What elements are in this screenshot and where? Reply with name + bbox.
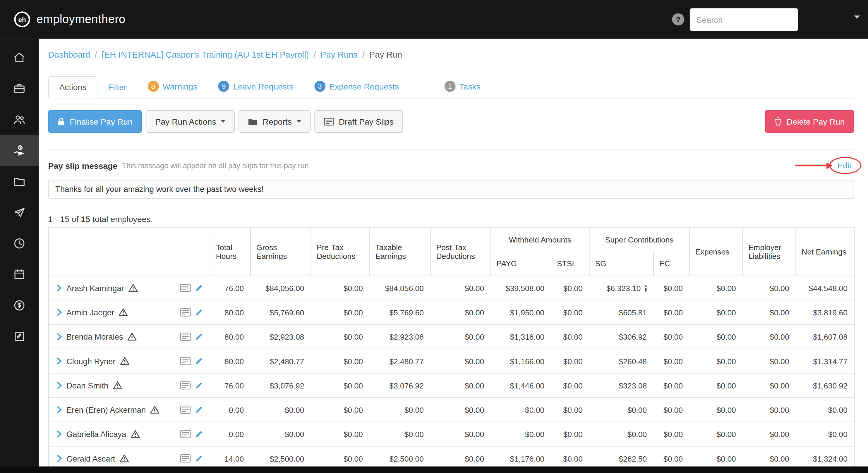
chevron-right-icon[interactable] [57,309,62,316]
cell-gross-earnings: $84,056.00 [250,276,311,300]
col-header-total-hours: Total Hours [210,228,250,276]
draft-pay-slips-button[interactable]: Draft Pay Slips [314,110,403,133]
main-content: Dashboard / [EH INTERNAL] Casper's Train… [39,39,868,473]
employee-name-cell: Dean Smith [49,373,210,398]
sidebar-item-rosters[interactable] [0,259,39,290]
cell-post-tax-deductions: $0.00 [431,422,491,446]
reports-label: Reports [262,117,291,126]
chevron-right-icon[interactable] [57,406,62,413]
chevron-right-icon[interactable] [57,357,62,365]
payslip-icon[interactable] [180,333,191,341]
count-value: 15 [81,214,90,223]
employee-name[interactable]: Gabriella Alicaya [66,430,126,439]
sidebar-item-timesheets[interactable] [0,228,39,259]
warning-triangle-icon[interactable] [113,381,122,389]
edit-pencil-icon[interactable] [195,406,202,413]
payslip-icon[interactable] [180,454,191,463]
warning-triangle-icon[interactable] [119,454,129,463]
finalise-pay-run-button[interactable]: Finalise Pay Run [48,110,142,133]
breadcrumb: Dashboard / [EH INTERNAL] Casper's Train… [48,50,854,60]
employee-name[interactable]: Arash Kamingar [66,283,124,292]
edit-pencil-icon[interactable] [195,357,202,365]
edit-pencil-icon[interactable] [195,430,202,438]
breadcrumb-link[interactable]: Pay Runs [320,50,358,59]
cell-sg: $605.81 [589,300,653,324]
pay-slip-message-box[interactable]: Thanks for all your amazing work over th… [48,180,854,199]
payslip-icon[interactable] [180,381,191,389]
cell-post-tax-deductions: $0.00 [431,398,491,422]
employee-name[interactable]: Dean Smith [66,381,108,390]
tab-actions[interactable]: Actions [48,76,98,99]
edit-link[interactable]: Edit [838,161,854,170]
cell-payg: $39,508.00 [491,276,551,300]
warning-triangle-icon[interactable] [130,430,140,438]
cell-taxable-earnings: $2,923.08 [370,324,431,349]
warning-triangle-icon[interactable] [119,308,128,316]
sidebar-item-leave[interactable] [0,197,39,228]
cell-taxable-earnings: $0.00 [370,398,431,422]
edit-pencil-icon[interactable] [195,381,202,389]
cell-stsl: $0.00 [551,324,589,349]
edit-pencil-icon[interactable] [195,284,202,292]
pay-slip-message-title: Pay slip message [48,161,118,170]
briefcase-icon [13,82,26,95]
employee-name[interactable]: Gerald Ascart [66,454,115,463]
col-header-post-tax-deductions: Post-Tax Deductions [431,228,491,276]
chevron-right-icon[interactable] [57,455,62,462]
breadcrumb-link[interactable]: Dashboard [48,50,90,59]
chevron-right-icon[interactable] [57,431,62,438]
employee-name[interactable]: Brenda Morales [66,332,123,341]
user-menu-caret-icon[interactable] [854,15,860,19]
employee-name[interactable]: Eren (Eren) Ackerman [66,405,146,414]
employee-name-cell: Brenda Morales [49,324,210,349]
warning-triangle-icon[interactable] [128,333,137,341]
pay-run-actions-button[interactable]: Pay Run Actions [146,110,235,133]
sidebar-item-people[interactable] [0,104,39,135]
cell-gross-earnings: $2,480.77 [250,349,311,373]
employee-count: 1 - 15 of 15 total employees. [48,214,854,223]
chevron-right-icon[interactable] [57,284,62,292]
search-input[interactable] [690,8,798,31]
employee-name[interactable]: Armin Jaeger [66,308,114,317]
tab-expense-requests[interactable]: 3Expense Requests [304,75,409,98]
tab-tasks[interactable]: 1Tasks [434,75,491,98]
payslip-icon[interactable] [180,430,191,438]
app-window: eh employmenthero ? [0,0,868,473]
cell-stsl: $0.00 [551,398,589,422]
cell-taxable-earnings: $0.00 [370,422,431,446]
payslip-icon[interactable] [180,406,191,414]
tab-filter[interactable]: Filter [97,77,137,98]
payslip-icon[interactable] [180,284,191,292]
employee-row: Armin Jaeger80.00$5,769.60$0.00$5,769.60… [49,300,855,324]
sidebar-item-home[interactable] [0,42,39,73]
payslip-icon[interactable] [180,357,191,365]
sidebar-item-tasks[interactable] [0,321,39,352]
cell-sg: $6,323.10 [589,276,653,300]
edit-pencil-icon[interactable] [195,454,202,462]
payslip-icon[interactable] [180,308,191,316]
cell-total-hours: 76.00 [210,276,250,300]
warning-triangle-icon[interactable] [150,406,159,414]
sidebar-item-files[interactable] [0,166,39,197]
chevron-right-icon[interactable] [57,333,62,341]
sidebar-item-payroll[interactable] [0,135,39,166]
sidebar-item-payments[interactable] [0,290,39,321]
reports-button[interactable]: Reports [239,110,310,133]
delete-pay-run-button[interactable]: Delete Pay Run [765,110,854,133]
tab-leave-requests[interactable]: 9Leave Requests [208,75,304,98]
help-icon[interactable]: ? [672,13,684,26]
brand-logo[interactable]: eh employmenthero [13,10,125,28]
edit-pencil-icon[interactable] [195,309,202,316]
breadcrumb-link[interactable]: [EH INTERNAL] Casper's Training (AU 1st … [102,50,309,59]
cell-sg: $0.00 [589,422,653,446]
cell-net-earnings: $1,314.77 [796,349,855,373]
cell-sg: $260.48 [589,349,653,373]
employee-name[interactable]: Clough Ryner [66,356,116,365]
sidebar-item-briefcase[interactable] [0,73,39,104]
tab-warnings[interactable]: 8Warnings [137,75,208,98]
info-icon[interactable] [644,285,647,291]
edit-pencil-icon[interactable] [195,333,202,341]
warning-triangle-icon[interactable] [120,357,129,365]
chevron-right-icon[interactable] [57,382,62,389]
warning-triangle-icon[interactable] [128,284,138,292]
